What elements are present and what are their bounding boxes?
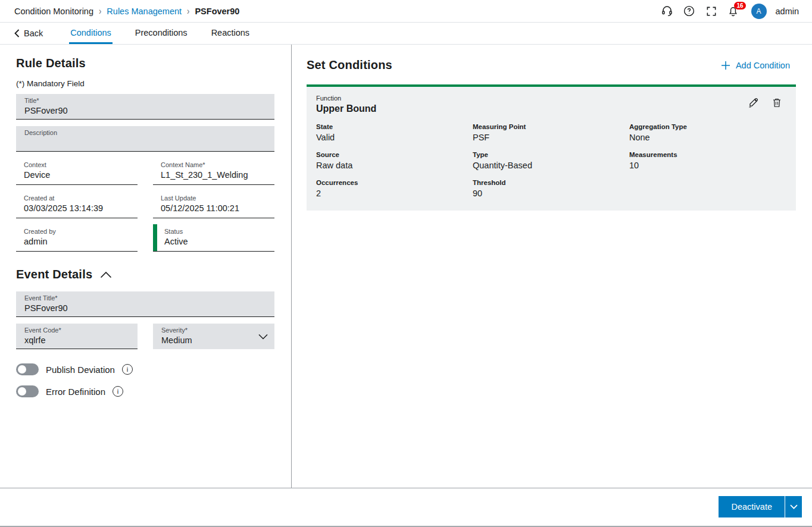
event-code-field[interactable]: Event Code* xqlrfe [16,324,138,349]
rule-details-panel: Rule Details (*) Mandatory Field Title* … [0,45,292,488]
event-title-value: PSFover90 [24,303,266,313]
deactivate-button[interactable]: Deactivate [719,496,785,517]
condition-field-threshold: Threshold 90 [473,179,629,198]
error-definition-row: Error Definition i [16,385,274,397]
chevron-left-icon [14,29,20,37]
created-at-field: Created at 03/03/2025 13:14:39 [16,191,138,218]
title-field[interactable]: Title* PSFover90 [16,94,274,120]
severity-select[interactable]: Severity* Medium [153,324,274,349]
title-label: Title* [24,96,266,105]
description-field[interactable]: Description [16,126,274,152]
event-title-field[interactable]: Event Title* PSFover90 [16,291,274,317]
title-value: PSFover90 [24,105,266,116]
error-definition-label: Error Definition [46,387,105,397]
event-code-value: xqlrfe [24,335,129,346]
tab-bar: Back Conditions Preconditions Reactions [0,23,812,45]
severity-label: Severity* [161,326,266,334]
condition-field-measuring-point: Measuring Point PSF [473,123,629,142]
plus-icon [721,61,730,70]
created-by-value: admin [24,236,138,247]
publish-deviation-label: Publish Deviation [46,365,115,375]
context-name-label: Context Name* [161,161,274,169]
error-definition-toggle[interactable] [16,385,39,397]
field-value: Valid [316,133,473,142]
field-label: Occurrences [316,179,473,186]
context-name-field: Context Name* L1_St_230_1_Welding [153,158,274,185]
context-name-value: L1_St_230_1_Welding [161,170,274,180]
rule-details-heading: Rule Details [16,57,274,70]
breadcrumb-current: PSFover90 [195,7,239,16]
status-field: Status Active [153,224,274,252]
condition-field-grid: State Valid Measuring Point PSF Aggregat… [316,123,786,198]
header-actions: 16 A admin [660,4,799,19]
field-value: PSF [473,133,629,142]
back-label: Back [24,29,43,38]
event-details-heading: Event Details [16,268,92,281]
created-by-label: Created by [24,227,138,236]
field-value: 2 [316,189,473,198]
bell-icon[interactable]: 16 [726,4,741,18]
description-label: Description [24,128,266,137]
chevron-down-icon [258,331,268,342]
condition-field-state: State Valid [316,123,473,142]
field-label: Measurements [629,151,786,158]
back-button[interactable]: Back [14,23,43,44]
breadcrumb-root[interactable]: Condition Monitoring [14,7,93,16]
info-icon[interactable]: i [113,386,123,397]
field-value: Quantity-Based [473,161,629,170]
avatar[interactable]: A [751,4,767,19]
add-condition-label: Add Condition [736,61,790,70]
tab-preconditions[interactable]: Preconditions [134,23,189,44]
description-value [24,137,266,148]
condition-field-source: Source Raw data [316,151,473,170]
event-code-label: Event Code* [24,326,129,334]
publish-deviation-row: Publish Deviation i [16,363,274,375]
field-label: State [316,123,473,130]
chevron-down-icon [790,504,798,509]
field-value: Raw data [316,161,473,170]
main-content: Rule Details (*) Mandatory Field Title* … [0,45,812,488]
edit-icon[interactable] [747,96,759,108]
function-value: Upper Bound [316,103,786,114]
info-icon[interactable]: i [122,364,133,375]
field-label: Threshold [473,179,629,186]
field-label: Source [316,151,473,158]
field-label: Type [473,151,629,158]
status-value: Active [164,236,274,247]
set-conditions-heading: Set Conditions [307,58,392,72]
notification-badge: 16 [734,2,745,10]
help-icon[interactable] [682,4,697,18]
event-title-label: Event Title* [24,294,266,302]
field-value: 90 [473,189,629,198]
chevron-right-icon: › [187,6,189,17]
status-label: Status [164,227,274,236]
context-value: Device [24,170,138,180]
breadcrumb: Condition Monitoring › Rules Management … [14,7,239,16]
deactivate-dropdown-button[interactable] [785,496,802,517]
context-field: Context Device [16,158,138,185]
app-header: Condition Monitoring › Rules Management … [0,0,812,23]
field-label: Measuring Point [473,123,629,130]
deactivate-split-button: Deactivate [719,496,802,517]
delete-icon[interactable] [771,96,783,108]
created-at-label: Created at [24,194,138,202]
tab-reactions[interactable]: Reactions [210,23,251,44]
username[interactable]: admin [776,7,799,16]
footer-bar: Deactivate [0,488,812,527]
headset-icon[interactable] [660,4,674,18]
condition-card: Function Upper Bound [307,84,796,211]
last-update-value: 05/12/2025 11:00:21 [161,203,274,214]
breadcrumb-rules-management[interactable]: Rules Management [107,7,182,16]
function-label: Function [316,95,786,102]
fullscreen-icon[interactable] [704,4,719,18]
field-label: Aggregation Type [629,123,786,130]
collapse-chevron-up-icon[interactable] [100,271,112,278]
last-update-label: Last Update [161,194,274,202]
created-by-field: Created by admin [16,224,138,252]
publish-deviation-toggle[interactable] [16,363,39,375]
tab-conditions[interactable]: Conditions [69,23,113,44]
last-update-field: Last Update 05/12/2025 11:00:21 [153,191,274,218]
add-condition-button[interactable]: Add Condition [721,61,796,70]
set-conditions-panel: Set Conditions Add Condition Function Up… [292,45,812,488]
mandatory-note: (*) Mandatory Field [16,79,274,88]
